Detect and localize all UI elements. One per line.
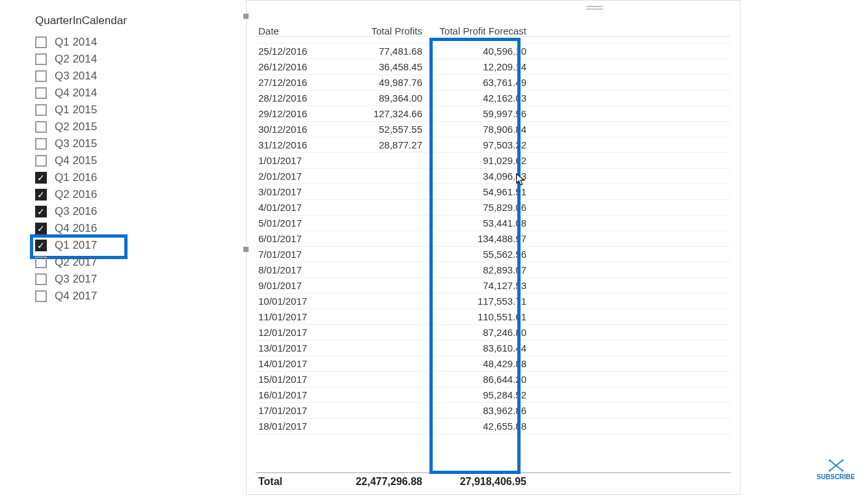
- table-body: 43,420.55 25/12/201677,481.6840,596.1026…: [256, 37, 731, 472]
- checkbox-icon[interactable]: [35, 155, 47, 167]
- cell-forecast: 87,246.80: [425, 326, 529, 339]
- table-row[interactable]: 28/12/201689,364.0042,162.03: [256, 90, 731, 106]
- checkbox-icon[interactable]: ✓: [35, 240, 47, 251]
- checkbox-icon[interactable]: [35, 70, 47, 82]
- checkbox-icon[interactable]: [35, 53, 47, 65]
- cell-forecast: 55,562.56: [425, 248, 529, 260]
- table-row[interactable]: 9/01/201774,127.53: [256, 278, 731, 294]
- table-row[interactable]: 13/01/201783,610.44: [256, 340, 731, 356]
- cell-date: 3/01/2017: [256, 186, 334, 198]
- checkbox-icon[interactable]: ✓: [35, 189, 47, 201]
- slicer-item-label: Q4 2015: [55, 154, 97, 167]
- resize-handle[interactable]: [243, 247, 249, 252]
- table-row[interactable]: 8/01/201782,893.07: [256, 262, 731, 278]
- table-row[interactable]: 3/01/201754,961.51: [256, 184, 731, 200]
- slicer-item[interactable]: Q2 2017: [35, 254, 198, 271]
- cell-date: 29/12/2016: [256, 107, 334, 120]
- slicer-item[interactable]: ✓Q1 2016: [35, 169, 198, 186]
- checkbox-icon[interactable]: [35, 138, 47, 150]
- checkbox-icon[interactable]: ✓: [35, 223, 47, 234]
- column-header-total-profits[interactable]: Total Profits: [334, 25, 425, 36]
- cell-date: 16/01/2017: [256, 389, 334, 401]
- cell-forecast: 42,162.03: [425, 92, 529, 104]
- cell-forecast: 95,284.52: [425, 389, 529, 401]
- slicer-item[interactable]: ✓Q3 2016: [35, 203, 198, 220]
- table-row[interactable]: 17/01/201783,962.86: [256, 403, 731, 419]
- slicer-item[interactable]: ✓Q1 2017: [35, 237, 198, 254]
- resize-handle[interactable]: [243, 14, 249, 19]
- table-row[interactable]: 6/01/2017134,488.97: [256, 231, 731, 247]
- slicer-item[interactable]: Q3 2017: [35, 271, 198, 288]
- table-row[interactable]: 30/12/201652,557.5578,906.84: [256, 122, 731, 137]
- checkbox-icon[interactable]: ✓: [35, 172, 47, 184]
- cell-forecast: 117,553.71: [425, 295, 529, 307]
- slicer-item[interactable]: Q3 2015: [35, 135, 198, 152]
- slicer-item-label: Q4 2017: [55, 290, 97, 303]
- table-row[interactable]: 27/12/201649,987.7663,761.49: [256, 75, 731, 90]
- total-profits: 22,477,296.88: [334, 476, 425, 488]
- slicer-item[interactable]: Q3 2014: [35, 68, 198, 85]
- svg-point-0: [828, 460, 830, 462]
- column-header-date[interactable]: Date: [256, 25, 334, 36]
- checkbox-icon[interactable]: ✓: [35, 206, 47, 217]
- slicer-item-label: Q4 2016: [55, 222, 97, 235]
- svg-point-2: [828, 470, 830, 472]
- table-row[interactable]: 11/01/2017110,551.61: [256, 309, 731, 325]
- cell-date: 30/12/2016: [256, 123, 334, 135]
- slicer-item-label: Q2 2016: [55, 188, 97, 201]
- slicer-item[interactable]: Q1 2015: [35, 102, 198, 118]
- cell-forecast: 12,209.14: [425, 61, 529, 73]
- table-row[interactable]: 15/01/201786,644.20: [256, 372, 731, 387]
- table-row[interactable]: 2/01/201734,096.03: [256, 169, 731, 184]
- slicer-item[interactable]: ✓Q4 2016: [35, 220, 198, 237]
- table-row[interactable]: 16/01/201795,284.52: [256, 387, 731, 403]
- total-label: Total: [256, 476, 334, 488]
- cell-total-profits: [334, 404, 425, 417]
- checkbox-icon[interactable]: [35, 36, 47, 48]
- checkbox-icon[interactable]: [35, 273, 47, 285]
- cell-total-profits: 77,481.68: [334, 45, 425, 57]
- cell-total-profits: [334, 170, 425, 182]
- table-row[interactable]: 5/01/201753,441.08: [256, 215, 731, 231]
- slicer-item-label: Q1 2015: [55, 104, 97, 117]
- table-row[interactable]: 25/12/201677,481.6840,596.10: [256, 44, 731, 59]
- table-row[interactable]: 7/01/201755,562.56: [256, 247, 731, 262]
- table-row[interactable]: 1/01/201791,029.62: [256, 153, 731, 169]
- total-forecast: 27,918,406.95: [425, 476, 529, 488]
- cell-date: 6/01/2017: [256, 232, 334, 245]
- slicer-item[interactable]: Q1 2014: [35, 34, 198, 51]
- table-row[interactable]: 4/01/201775,829.06: [256, 200, 731, 215]
- slicer-item-label: Q3 2015: [55, 137, 97, 150]
- table-row[interactable]: 18/01/201742,655.88: [256, 419, 731, 434]
- cell-forecast: 53,441.08: [425, 217, 529, 229]
- table-row[interactable]: 26/12/201636,458.4512,209.14: [256, 59, 731, 75]
- cell-date: 14/01/2017: [256, 357, 334, 370]
- drag-handle-icon[interactable]: [586, 6, 603, 10]
- table-row[interactable]: 29/12/2016127,324.6659,997.96: [256, 106, 731, 122]
- slicer-item[interactable]: Q4 2015: [35, 152, 198, 169]
- column-header-total-profit-forecast[interactable]: Total Profit Forecast: [425, 25, 529, 36]
- slicer-item[interactable]: ✓Q2 2016: [35, 186, 198, 203]
- cell-total-profits: [334, 248, 425, 260]
- table-row[interactable]: 10/01/2017117,553.71: [256, 294, 731, 309]
- cell-date: 25/12/2016: [256, 45, 334, 57]
- cell-total-profits: [334, 279, 425, 292]
- checkbox-icon[interactable]: [35, 104, 47, 116]
- table-visual[interactable]: Date Total Profits Total Profit Forecast…: [246, 0, 740, 495]
- table-row[interactable]: 43,420.55: [256, 37, 731, 44]
- slicer-item[interactable]: Q4 2014: [35, 85, 198, 102]
- checkbox-icon[interactable]: [35, 121, 47, 133]
- dna-icon: [827, 459, 845, 472]
- cell-date: 15/01/2017: [256, 373, 334, 385]
- table-row[interactable]: 14/01/201748,429.88: [256, 356, 731, 372]
- cell-date: 18/01/2017: [256, 420, 334, 432]
- table-row[interactable]: 31/12/201628,877.2797,503.22: [256, 137, 731, 153]
- checkbox-icon[interactable]: [35, 290, 47, 302]
- checkbox-icon[interactable]: [35, 257, 47, 268]
- table-row[interactable]: 12/01/201787,246.80: [256, 325, 731, 340]
- slicer-item[interactable]: Q4 2017: [35, 288, 198, 305]
- cell-forecast: 78,906.84: [425, 123, 529, 135]
- slicer-item[interactable]: Q2 2014: [35, 51, 198, 68]
- slicer-item[interactable]: Q2 2015: [35, 118, 198, 135]
- checkbox-icon[interactable]: [35, 87, 47, 99]
